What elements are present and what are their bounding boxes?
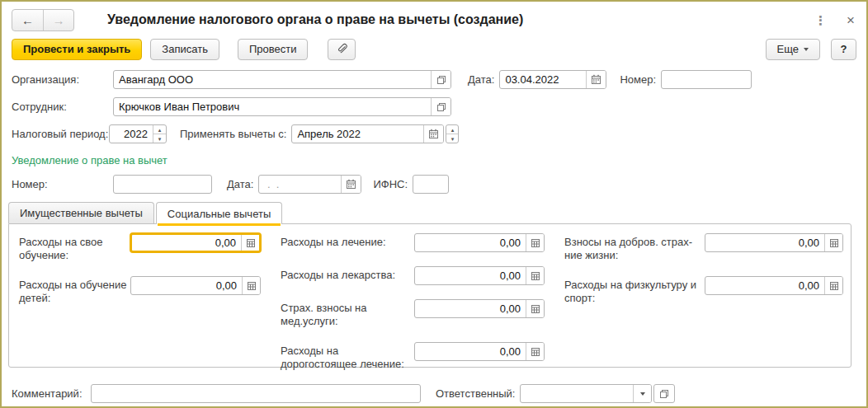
field-row: Расходы на свое обучение: (19, 233, 261, 262)
apply-from-label: Применять вычеты с: (180, 128, 286, 140)
notification-number-input[interactable] (113, 175, 212, 194)
doc-date-calendar-button[interactable] (586, 71, 606, 88)
apply-from-calendar-button[interactable] (423, 125, 443, 143)
doc-number-label: Номер: (620, 73, 656, 86)
children-education-input[interactable] (131, 277, 242, 294)
children-education-label: Расходы на обучение детей: (19, 276, 130, 305)
chevron-down-icon (640, 392, 645, 396)
footer-row: Комментарий: Ответственный: (12, 384, 866, 403)
spinner-up-icon[interactable]: ▴ (153, 125, 166, 134)
organization-choose-button[interactable] (431, 71, 451, 88)
treatment-field (414, 233, 545, 252)
responsible-field (520, 384, 652, 403)
sports-input[interactable] (705, 277, 824, 294)
calendar-icon (346, 179, 356, 190)
responsible-choose-button[interactable] (653, 384, 675, 403)
write-button[interactable]: Записать (150, 39, 219, 60)
notification-row: Номер: Дата: ИФНС: (12, 175, 866, 194)
doc-date-label: Дата: (468, 73, 494, 86)
employee-input[interactable] (114, 98, 431, 115)
calendar-icon (428, 129, 439, 139)
tab-social-deductions[interactable]: Социальные вычеты (156, 202, 282, 224)
expensive-treatment-input[interactable] (415, 343, 526, 360)
tab-property-deductions[interactable]: Имущественные вычеты (8, 202, 154, 223)
sports-calc-button[interactable] (824, 277, 842, 294)
expensive-treatment-label: Расходы на дорогостоящее лечение: (281, 342, 414, 371)
chevron-down-icon (804, 48, 809, 51)
self-education-input[interactable] (132, 235, 241, 251)
calculator-icon (531, 347, 540, 357)
responsible-label: Ответственный: (436, 387, 515, 400)
panel-column-2: Расходы на лечение: Расходы на лекарства… (281, 233, 545, 367)
back-button[interactable]: ← (12, 10, 43, 30)
tab-strip: Имущественные вычеты Социальные вычеты (8, 202, 866, 223)
medicines-field (414, 266, 545, 285)
expensive-treatment-calc-button[interactable] (526, 343, 544, 360)
medical-insurance-label: Страх. взносы на мед.услуги: (281, 299, 414, 328)
medical-insurance-field (414, 299, 545, 318)
open-icon (659, 389, 669, 399)
page-title: Уведомление налогового органа о праве на… (107, 12, 523, 27)
medicines-input[interactable] (415, 267, 526, 284)
field-row: Расходы на лекарства: (281, 266, 545, 285)
post-button[interactable]: Провести (238, 39, 309, 60)
organization-row: Организация: Дата: Номер: (12, 70, 866, 89)
apply-from-input[interactable] (292, 125, 423, 143)
close-icon[interactable]: × (847, 13, 855, 27)
comment-input[interactable] (91, 384, 421, 403)
organization-input[interactable] (114, 71, 431, 88)
apply-from-field (291, 124, 444, 143)
organization-label: Организация: (12, 73, 113, 86)
doc-number-input[interactable] (661, 70, 752, 89)
self-education-label: Расходы на свое обучение: (19, 233, 130, 262)
spinner-down-icon[interactable]: ▾ (446, 134, 458, 143)
window-menu-icon[interactable]: ⋮ (814, 14, 827, 26)
document-window: ← → Уведомление налогового органа о прав… (0, 0, 868, 408)
treatment-calc-button[interactable] (526, 234, 544, 251)
medical-insurance-calc-button[interactable] (526, 300, 544, 317)
expensive-treatment-field (414, 342, 545, 361)
notification-date-calendar-button[interactable] (341, 176, 361, 193)
calculator-icon (531, 271, 540, 281)
employee-choose-button[interactable] (431, 98, 451, 115)
children-education-calc-button[interactable] (242, 277, 260, 294)
life-insurance-calc-button[interactable] (824, 234, 842, 251)
medicines-calc-button[interactable] (526, 267, 544, 284)
life-insurance-input[interactable] (705, 234, 824, 251)
more-button[interactable]: Еще (766, 39, 820, 60)
field-row: Расходы на физкультуру и спорт: (564, 276, 843, 305)
calendar-icon (591, 74, 601, 85)
notification-section-title: Уведомление о праве на вычет (12, 154, 866, 166)
doc-date-input[interactable] (500, 71, 586, 88)
post-and-close-button[interactable]: Провести и закрыть (12, 39, 142, 60)
calculator-icon (531, 238, 540, 248)
spinner-up-icon[interactable]: ▴ (446, 125, 458, 134)
self-education-calc-button[interactable] (241, 235, 259, 251)
ifns-label: ИФНС: (373, 178, 408, 190)
medical-insurance-input[interactable] (415, 300, 526, 317)
responsible-input[interactable] (521, 385, 633, 402)
treatment-input[interactable] (415, 234, 526, 251)
employee-label: Сотрудник: (12, 101, 113, 113)
life-insurance-field (705, 233, 843, 252)
calculator-icon (829, 238, 839, 248)
open-icon (436, 102, 446, 112)
ifns-input[interactable] (413, 175, 449, 194)
notification-date-input[interactable] (259, 176, 341, 193)
forward-button[interactable]: → (43, 10, 73, 30)
spinner-down-icon[interactable]: ▾ (153, 134, 166, 143)
treatment-label: Расходы на лечение: (281, 233, 414, 249)
field-row: Расходы на обучение детей: (19, 276, 261, 305)
tax-period-input[interactable] (110, 125, 153, 143)
tax-period-spinner: ▴ ▾ (153, 125, 166, 143)
employee-row: Сотрудник: (12, 97, 866, 116)
panel-column-3: Взносы на добров. страх-ние жизни: Расхо… (564, 233, 843, 367)
help-button[interactable]: ? (831, 39, 856, 60)
tax-period-field: ▴ ▾ (109, 124, 167, 143)
nav-history-group: ← → (12, 9, 74, 31)
attachment-button[interactable] (328, 39, 356, 60)
responsible-dropdown-button[interactable] (633, 385, 651, 402)
calculator-icon (246, 238, 256, 248)
panel-column-1: Расходы на свое обучение: Расходы на обу… (19, 233, 261, 367)
field-row: Страх. взносы на мед.услуги: (281, 299, 545, 328)
